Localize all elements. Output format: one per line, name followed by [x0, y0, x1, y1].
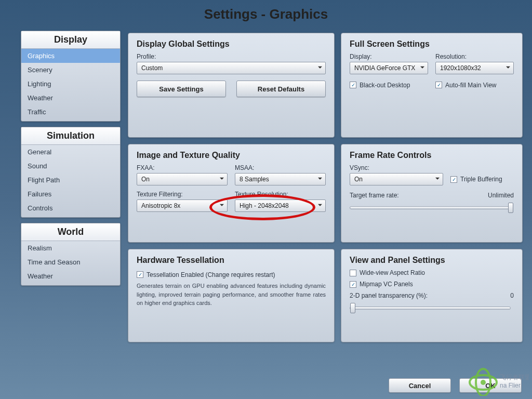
msaa-label: MSAA:: [235, 164, 326, 171]
profile-label: Profile:: [137, 53, 326, 60]
target-framerate-value: Unlimited: [488, 192, 514, 199]
slider-thumb[interactable]: [508, 203, 513, 213]
sidebar-header-simulation: Simulation: [21, 127, 120, 145]
display-label: Display:: [350, 53, 428, 60]
slider-track: [350, 206, 511, 209]
panel-title-image-quality: Image and Texture Quality: [137, 151, 326, 160]
mipmap-checkbox[interactable]: ✓ Mipmap VC Panels: [350, 281, 514, 288]
resolution-select[interactable]: 1920x1080x32: [435, 62, 514, 74]
wide-view-checkbox[interactable]: Wide-view Aspect Ratio: [350, 269, 514, 276]
sidebar-item-controls[interactable]: Controls: [21, 201, 120, 217]
texres-label: Texture Resolution:: [235, 191, 326, 198]
sidebar-item-scenery[interactable]: Scenery: [21, 63, 120, 77]
sidebar-header-display: Display: [21, 31, 120, 49]
triple-label: Triple Buffering: [460, 176, 502, 183]
panel-title-tessellation: Hardware Tessellation: [137, 256, 326, 265]
transparency-label: 2-D panel transparency (%):: [350, 292, 428, 299]
reset-defaults-button[interactable]: Reset Defaults: [236, 81, 326, 97]
panel-fullscreen: Full Screen Settings Display: NVIDIA GeF…: [341, 33, 523, 138]
panel-tessellation: Hardware Tessellation ✓ Tessellation Ena…: [128, 249, 335, 342]
panel-title-view: View and Panel Settings: [350, 256, 514, 265]
mipmap-label: Mipmap VC Panels: [360, 281, 413, 288]
tessellation-checkbox[interactable]: ✓ Tessellation Enabled (Change requires …: [137, 271, 275, 278]
sidebar-item-realism[interactable]: Realism: [21, 241, 120, 255]
sidebar-item-graphics[interactable]: Graphics: [21, 49, 120, 63]
slider-thumb[interactable]: [350, 303, 355, 313]
texfilter-value: Anisotropic 8x: [141, 202, 180, 209]
fxaa-label: FXAA:: [137, 164, 228, 171]
dialog-footer: Cancel OK: [389, 378, 522, 393]
vsync-value: On: [354, 176, 363, 183]
sidebar-item-lighting[interactable]: Lighting: [21, 77, 120, 91]
sidebar-item-weather[interactable]: Weather: [21, 91, 120, 105]
sidebar-item-sound[interactable]: Sound: [21, 159, 120, 173]
slider-track: [350, 307, 511, 310]
blackout-label: Black-out Desktop: [360, 82, 410, 89]
panel-title-framerate: Frame Rate Controls: [350, 151, 514, 160]
checkmark-icon: ✓: [350, 281, 356, 288]
resolution-value: 1920x1080x32: [440, 64, 481, 72]
sidebar-group-world: World Realism Time and Season Weather: [21, 223, 121, 286]
save-settings-button[interactable]: Save Settings: [137, 81, 226, 97]
autofill-checkbox[interactable]: ✓ Auto-fill Main View: [435, 82, 496, 89]
panel-display-global: Display Global Settings Profile: Custom …: [128, 33, 335, 138]
checkmark-icon: ✓: [435, 82, 442, 88]
fxaa-select[interactable]: On: [137, 173, 228, 185]
sidebar-item-weather-world[interactable]: Weather: [21, 269, 120, 285]
checkmark-icon: ✓: [137, 271, 143, 278]
wide-view-label: Wide-view Aspect Ratio: [360, 269, 425, 276]
blackout-checkbox[interactable]: ✓ Black-out Desktop: [350, 82, 410, 89]
page-title: Settings - Graphics: [0, 0, 532, 26]
panel-title-global: Display Global Settings: [137, 39, 326, 49]
sidebar-header-world: World: [21, 223, 120, 241]
texres-select[interactable]: High - 2048x2048: [235, 200, 326, 212]
texfilter-label: Texture Filtering:: [137, 191, 228, 198]
sidebar-group-display: Display Graphics Scenery Lighting Weathe…: [21, 31, 121, 122]
target-framerate-slider[interactable]: [350, 203, 514, 212]
resolution-label: Resolution:: [435, 53, 514, 60]
transparency-value: 0: [510, 292, 514, 299]
ok-button[interactable]: OK: [459, 378, 522, 393]
tessellation-label: Tessellation Enabled (Change requires re…: [147, 271, 275, 278]
target-framerate-label: Target frame rate:: [350, 192, 399, 199]
panel-title-fullscreen: Full Screen Settings: [350, 39, 514, 49]
checkmark-icon: ✓: [450, 176, 457, 183]
msaa-select[interactable]: 8 Samples: [235, 173, 326, 185]
sidebar-item-general[interactable]: General: [21, 145, 120, 159]
sidebar-item-time-season[interactable]: Time and Season: [21, 255, 120, 269]
transparency-slider[interactable]: [350, 303, 514, 313]
display-select[interactable]: NVIDIA GeForce GTX !: [350, 62, 428, 74]
checkbox-empty-icon: [350, 270, 356, 276]
main-area: Display Global Settings Profile: Custom …: [128, 33, 523, 342]
tessellation-description: Generates terrain on GPU enabling advanc…: [137, 282, 326, 308]
autofill-label: Auto-fill Main View: [445, 82, 496, 89]
checkmark-icon: ✓: [350, 82, 356, 88]
cancel-button[interactable]: Cancel: [389, 378, 451, 393]
panel-view-settings: View and Panel Settings Wide-view Aspect…: [341, 249, 523, 342]
panel-image-quality: Image and Texture Quality FXAA: On MSAA:…: [128, 144, 335, 243]
texres-value: High - 2048x2048: [240, 202, 289, 209]
profile-select[interactable]: Custom: [137, 62, 326, 74]
fxaa-value: On: [141, 176, 150, 183]
display-value: NVIDIA GeForce GTX !: [354, 64, 417, 72]
sidebar-item-flight-path[interactable]: Flight Path: [21, 173, 120, 187]
sidebar-group-simulation: Simulation General Sound Flight Path Fai…: [21, 127, 121, 218]
settings-sidebar: Display Graphics Scenery Lighting Weathe…: [21, 31, 121, 342]
msaa-value: 8 Samples: [240, 176, 269, 183]
panel-framerate: Frame Rate Controls VSync: On ✓ Triple B…: [341, 144, 523, 243]
texfilter-select[interactable]: Anisotropic 8x: [137, 200, 228, 212]
vsync-label: VSync:: [350, 164, 514, 171]
vsync-select[interactable]: On: [350, 173, 443, 185]
profile-value: Custom: [141, 64, 163, 72]
sidebar-item-failures[interactable]: Failures: [21, 187, 120, 201]
triple-buffering-checkbox[interactable]: ✓ Triple Buffering: [450, 176, 502, 183]
sidebar-item-traffic[interactable]: Traffic: [21, 105, 120, 121]
